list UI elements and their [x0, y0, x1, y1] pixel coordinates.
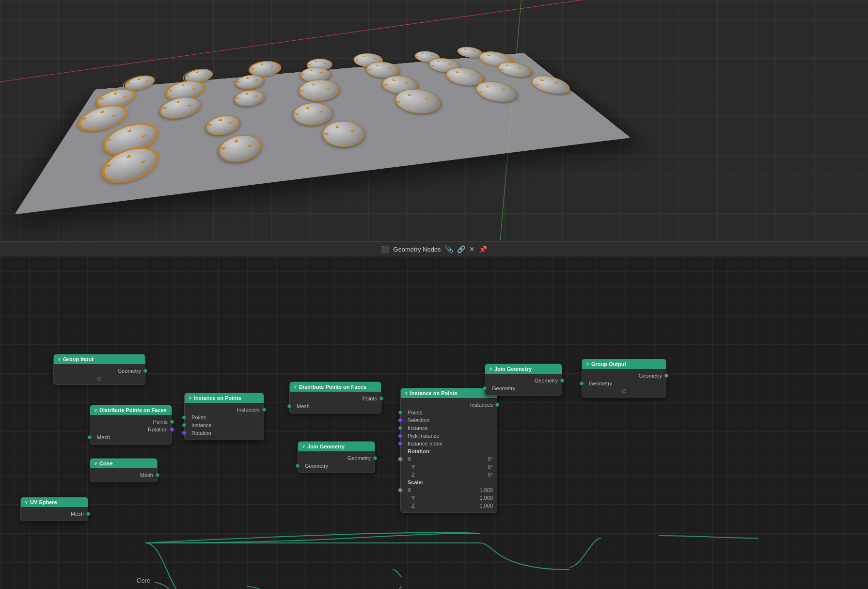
row-scale-y: Y 1.000: [401, 494, 497, 502]
row-points-out-2: Points: [290, 395, 381, 402]
socket-mesh-out[interactable]: [156, 473, 159, 477]
socket-instance-in[interactable]: [182, 423, 186, 427]
row-dot-grp: [582, 387, 666, 394]
node-distribute-2-title: Distribute Points on Faces: [299, 384, 366, 390]
socket-rotation-out[interactable]: [169, 427, 174, 432]
socket-extra: [97, 377, 101, 381]
row-selection-in: Selection: [401, 416, 497, 424]
node-join-2-title: Join Geometry: [494, 366, 532, 372]
row-instance-in-2: Instance: [401, 424, 497, 432]
socket-pick-instance-in[interactable]: [397, 433, 403, 438]
node-join-2-header: ∨ Join Geometry: [485, 364, 562, 374]
row-scale-z: Z 1.000: [401, 502, 497, 509]
socket-mesh-in[interactable]: [88, 435, 92, 439]
node-instance-on-points-1[interactable]: ∨ Instance on Points Instances Points In…: [184, 393, 264, 440]
row-mesh-in-2: Mesh: [290, 402, 381, 410]
node-join-1-header: ∨ Join Geometry: [298, 442, 375, 451]
node-iop-1-title: Instance on Points: [194, 395, 241, 401]
row-geo-in-grp: Geometry: [582, 380, 666, 387]
mesh-plane: [15, 53, 631, 214]
node-group-input[interactable]: ∨ Group Input Geometry: [53, 354, 145, 385]
row-geo-out-grp: Geometry: [582, 372, 666, 380]
node-uv-sphere[interactable]: ∨ UV Sphere Mesh: [20, 497, 88, 521]
node-group-input-header: ∨ Group Input: [54, 354, 145, 364]
row-instances-out: Instances: [185, 406, 264, 414]
row-rotation-out: Rotation: [90, 426, 172, 433]
row-instance-index-in: Instance Index: [401, 440, 497, 447]
node-distribute-points-2[interactable]: ∨ Distribute Points on Faces Points Mesh: [289, 382, 381, 414]
row-rot-y: Y 0°: [401, 463, 497, 471]
node-group-input-title: Group Input: [63, 356, 94, 362]
node-join-geometry-1[interactable]: ∨ Join Geometry Geometry Geometry: [298, 441, 375, 473]
node-row-dot: [54, 375, 145, 382]
socket-geo-in-2[interactable]: [483, 386, 487, 390]
node-join-1-title: Join Geometry: [307, 444, 345, 449]
node-distribute-1-title: Distribute Points on Faces: [99, 407, 167, 413]
socket-rotation-in[interactable]: [181, 430, 187, 435]
socket-geo-in-1[interactable]: [296, 464, 300, 468]
row-geo-out-1: Geometry: [298, 454, 375, 462]
chevron-icon: ∨: [94, 461, 97, 466]
socket-points-out[interactable]: [170, 420, 174, 424]
socket-instance-in-2[interactable]: [398, 426, 402, 430]
socket-instances-out[interactable]: [262, 408, 266, 412]
node-cone-title: Cone: [99, 461, 113, 466]
socket-rot-x[interactable]: [397, 456, 403, 462]
editor-toolbar: ⬛ Geometry Nodes 📎 🔗 ✕ 📌: [0, 241, 868, 257]
row-rotation-label: Rotation:: [401, 447, 497, 455]
socket-geo-out-grp[interactable]: [664, 374, 668, 378]
node-group-output[interactable]: ∨ Group Output Geometry Geometry: [582, 359, 666, 398]
node-uvsphere-header: ∨ UV Sphere: [21, 497, 88, 507]
row-points-out: Points: [90, 418, 172, 426]
unlink-icon[interactable]: 🔗: [457, 245, 465, 253]
socket-selection-in[interactable]: [397, 417, 403, 423]
socket-geo-out-1[interactable]: [373, 456, 377, 460]
viewport-3d: [0, 0, 868, 241]
pin2-icon[interactable]: 📌: [479, 245, 487, 253]
node-cone-header: ∨ Cone: [90, 459, 157, 468]
chevron-icon: ∨: [94, 408, 97, 413]
row-instance-in: Instance: [185, 421, 264, 429]
scale-x-value: 1.000: [479, 487, 493, 493]
node-row-geometry-out: Geometry: [54, 367, 145, 375]
node-editor: ∨ Group Input Geometry ∨ Distribute Poin…: [0, 257, 868, 589]
row-pick-instance-in: Pick Instance: [401, 432, 497, 440]
pin-icon[interactable]: 📎: [445, 245, 453, 253]
node-iop-2-title: Instance on Points: [410, 390, 458, 396]
row-rot-x: X 0°: [401, 455, 497, 463]
socket-instances-out-2[interactable]: [495, 403, 499, 407]
socket-geo-out-2[interactable]: [560, 379, 564, 382]
chevron-icon: ∨: [294, 384, 297, 389]
node-cone[interactable]: ∨ Cone Mesh: [90, 458, 158, 482]
chevron-icon: ∨: [586, 362, 589, 366]
editor-type-icon[interactable]: ⬛: [381, 245, 389, 253]
row-rotation-in: Rotation: [185, 429, 264, 437]
row-geo-in-2: Geometry: [485, 384, 562, 392]
node-distribute-points-1[interactable]: ∨ Distribute Points on Faces Points Rota…: [90, 405, 172, 445]
socket-points-out-2[interactable]: [379, 397, 383, 400]
rot-z-value: 0°: [488, 472, 493, 478]
row-mesh-out-sphere: Mesh: [21, 510, 88, 518]
node-iop-1-header: ∨ Instance on Points: [185, 393, 264, 403]
socket-geometry-out[interactable]: [143, 369, 147, 373]
node-instance-on-points-2[interactable]: ∨ Instance on Points Instances Points Se…: [400, 388, 497, 513]
3d-plane-container: [48, 10, 630, 213]
chevron-icon: ∨: [302, 444, 305, 449]
close-icon[interactable]: ✕: [469, 245, 475, 253]
node-join-geometry-2[interactable]: ∨ Join Geometry Geometry Geometry: [485, 364, 562, 396]
socket-mesh-out-sphere[interactable]: [86, 512, 90, 516]
socket-mesh-in-2[interactable]: [287, 404, 291, 408]
core-label: Core: [137, 577, 150, 584]
scale-y-value: 1.000: [479, 495, 493, 501]
row-geo-in-1: Geometry: [298, 462, 375, 470]
socket-instance-index-in[interactable]: [397, 441, 403, 446]
node-distribute-1-header: ∨ Distribute Points on Faces: [90, 405, 172, 415]
row-mesh-in: Mesh: [90, 433, 172, 441]
chevron-icon: ∨: [58, 357, 61, 362]
socket-scale-x[interactable]: [397, 487, 403, 493]
socket-points-in[interactable]: [182, 415, 186, 419]
socket-points-in-2[interactable]: [398, 411, 402, 414]
chevron-icon: ∨: [189, 396, 192, 400]
row-points-in-2: Points: [401, 409, 497, 416]
socket-geo-in-grp[interactable]: [580, 382, 584, 385]
